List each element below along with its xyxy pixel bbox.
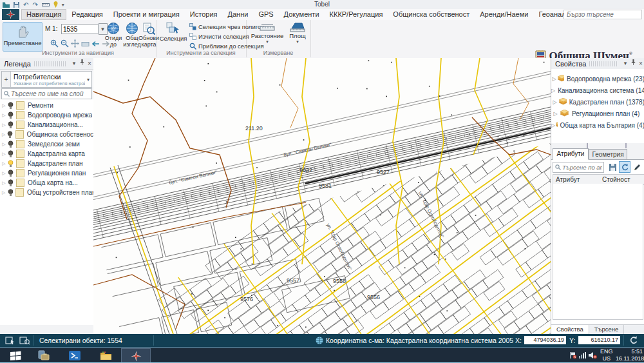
expander-icon[interactable]: ▷ bbox=[0, 123, 8, 128]
ribbon-tab-10[interactable]: Аренди/Наеми bbox=[475, 9, 533, 20]
properties-tree-row[interactable]: ▷ Канализационна система (145) bbox=[551, 84, 644, 96]
legend-layer-row[interactable]: ▷ Кадастрален план bbox=[0, 159, 93, 168]
layer-visibility-bulb-icon[interactable] bbox=[8, 112, 14, 119]
properties-tree-row[interactable]: ▷ Регулационен план (4) bbox=[551, 108, 644, 119]
refresh-map-button[interactable]: Обнови карта bbox=[140, 21, 157, 52]
attribute-refresh-button[interactable] bbox=[619, 161, 630, 173]
legend-close-icon[interactable]: × bbox=[86, 58, 93, 69]
zoom-out-icon[interactable] bbox=[61, 39, 69, 49]
bottom-tab-search[interactable]: Търсене bbox=[589, 325, 625, 334]
legend-search-box[interactable] bbox=[1, 88, 92, 99]
tray-network-icon[interactable] bbox=[579, 352, 587, 360]
bottom-tab-properties[interactable]: Свойства bbox=[551, 325, 589, 334]
x-coordinate-value[interactable]: 4794036.19 bbox=[524, 336, 566, 344]
properties-tree-row[interactable]: ▷ Обща карта на България (4) bbox=[551, 119, 644, 131]
legend-menu-icon[interactable]: ▾ bbox=[70, 58, 78, 69]
scale-input[interactable] bbox=[61, 24, 99, 34]
ribbon-tab-9[interactable]: Общинска собственост bbox=[388, 9, 475, 20]
expander-icon[interactable]: ▷ bbox=[551, 88, 555, 93]
select-on-map-icon[interactable] bbox=[5, 336, 15, 346]
map-view[interactable]: бул. "Симеон Велики"бул. "Симеон Велики"… bbox=[93, 58, 551, 334]
layer-visibility-bulb-icon[interactable] bbox=[8, 150, 14, 158]
selection-button[interactable]: Селекция bbox=[158, 21, 188, 52]
expander-icon[interactable]: ▷ bbox=[0, 113, 8, 118]
attribute-search-input[interactable] bbox=[561, 164, 603, 171]
file-explorer-button[interactable] bbox=[93, 348, 118, 362]
legend-profile-combo[interactable]: + Потребителски Указани от потребителя н… bbox=[1, 71, 92, 88]
refresh-coordinates-icon[interactable] bbox=[629, 336, 638, 346]
properties-pin-icon[interactable] bbox=[629, 58, 637, 69]
ribbon-tab-7[interactable]: Документи bbox=[279, 9, 325, 20]
ribbon-tab-1[interactable]: Навигация bbox=[21, 9, 66, 20]
pan-map-icon[interactable] bbox=[19, 336, 30, 346]
legend-layer-row[interactable]: ▷ Водопроводна мрежа bbox=[0, 110, 93, 120]
layer-color-swatch[interactable] bbox=[16, 111, 24, 119]
tray-volume-icon[interactable] bbox=[589, 351, 597, 360]
layer-color-swatch[interactable] bbox=[15, 188, 24, 197]
clock[interactable]: 5:51 16.11.2018 г. bbox=[616, 348, 643, 362]
prev-view-icon[interactable] bbox=[91, 41, 100, 48]
ribbon-tab-4[interactable]: История bbox=[185, 9, 223, 20]
expander-icon[interactable]: ▷ bbox=[0, 190, 8, 195]
layer-visibility-bulb-icon[interactable] bbox=[8, 102, 14, 110]
server-manager-button[interactable] bbox=[31, 348, 57, 362]
area-button[interactable]: Площ ▾ bbox=[286, 21, 309, 52]
legend-layer-row[interactable]: ▷ Земеделски земи bbox=[0, 139, 93, 149]
layer-visibility-bulb-icon[interactable] bbox=[8, 160, 14, 168]
legend-pin-icon[interactable] bbox=[78, 58, 86, 69]
legend-layer-row[interactable]: ▷ Канализационна... bbox=[0, 120, 93, 130]
layer-color-swatch[interactable] bbox=[16, 121, 24, 129]
layer-color-swatch[interactable] bbox=[16, 140, 24, 148]
legend-layer-row[interactable]: ▷ Регулационен план bbox=[0, 168, 93, 178]
layer-visibility-bulb-icon[interactable] bbox=[8, 141, 14, 148]
legend-add-profile-button[interactable]: + bbox=[2, 72, 11, 87]
expander-icon[interactable]: ▷ bbox=[0, 152, 8, 157]
legend-layer-row[interactable]: ▷ Общинска собственост bbox=[0, 130, 93, 139]
attribute-edit-button[interactable] bbox=[631, 161, 643, 173]
ribbon-tab-2[interactable]: Редакция bbox=[66, 9, 108, 20]
panel-splitter[interactable] bbox=[551, 143, 644, 148]
zoom-rect-icon[interactable] bbox=[81, 41, 90, 48]
ribbon-tab-8[interactable]: КККР/Регулация bbox=[325, 9, 388, 20]
layer-visibility-bulb-icon[interactable] bbox=[8, 121, 14, 129]
legend-layer-row[interactable]: ▷ Общ устройствен план bbox=[0, 188, 93, 197]
start-button[interactable] bbox=[3, 348, 28, 362]
layer-visibility-bulb-icon[interactable] bbox=[7, 131, 13, 139]
properties-tree-row[interactable]: ▷ Кадастрален план (1378) bbox=[551, 96, 644, 108]
layer-color-swatch[interactable] bbox=[16, 179, 24, 187]
ribbon-tab-3[interactable]: Проекти и миграция bbox=[108, 9, 185, 20]
legend-profile-dropdown-icon[interactable]: ▾ bbox=[85, 77, 91, 83]
properties-menu-icon[interactable]: ▾ bbox=[621, 58, 629, 69]
layer-visibility-bulb-icon[interactable] bbox=[8, 170, 14, 177]
pan-button[interactable]: Преместване bbox=[3, 22, 43, 52]
powershell-button[interactable] bbox=[62, 348, 88, 362]
goto-button[interactable]: XY Отиди до bbox=[104, 21, 122, 52]
app-menu-button[interactable] bbox=[2, 9, 19, 20]
zoom-in-icon[interactable] bbox=[50, 39, 59, 49]
expander-icon[interactable]: ▷ bbox=[551, 76, 557, 82]
language-indicator[interactable]: ENG US bbox=[600, 348, 613, 362]
expander-icon[interactable]: ▷ bbox=[0, 161, 8, 166]
ribbon-tab-5[interactable]: Данни bbox=[223, 9, 254, 20]
expander-icon[interactable]: ▷ bbox=[0, 181, 8, 186]
attribute-search-box[interactable] bbox=[553, 162, 604, 173]
legend-layer-row[interactable]: ▷ Обща карта на... bbox=[0, 178, 93, 188]
layer-visibility-bulb-icon[interactable] bbox=[8, 179, 14, 187]
legend-search-input[interactable] bbox=[10, 90, 91, 97]
expander-icon[interactable]: ▷ bbox=[0, 171, 8, 176]
layer-color-swatch[interactable] bbox=[16, 159, 24, 168]
scale-combobox[interactable]: ▼ bbox=[61, 23, 108, 35]
clear-selection-item[interactable]: Изчисти селекция bbox=[189, 33, 249, 40]
tray-flag-icon[interactable] bbox=[569, 351, 576, 360]
pan-extent-icon[interactable] bbox=[71, 39, 79, 49]
y-coordinate-value[interactable]: 616210.17 bbox=[578, 336, 620, 344]
layer-color-swatch[interactable] bbox=[15, 130, 24, 139]
layer-color-swatch[interactable] bbox=[16, 169, 24, 177]
expander-icon[interactable]: ▷ bbox=[0, 103, 8, 108]
attribute-save-button[interactable] bbox=[607, 161, 618, 173]
layer-color-swatch[interactable] bbox=[16, 150, 24, 158]
expander-icon[interactable]: ▷ bbox=[551, 99, 558, 105]
quick-search-input[interactable] bbox=[564, 10, 642, 19]
properties-tree-row[interactable]: ▷ Водопроводна мрежа (23) bbox=[551, 73, 644, 84]
tobel-app-button[interactable] bbox=[121, 348, 151, 363]
